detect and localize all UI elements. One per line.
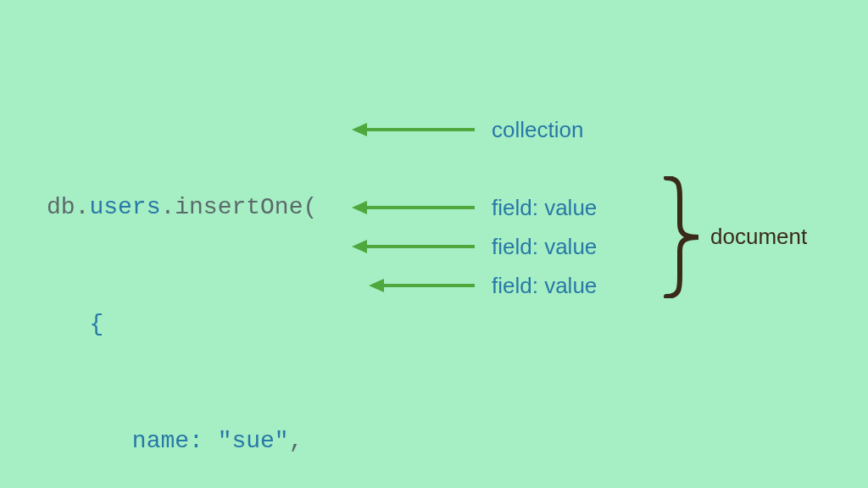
- svg-marker-4: [352, 240, 367, 253]
- token-dot: .: [160, 194, 175, 220]
- brace-icon: [661, 176, 704, 298]
- arrow-icon: [352, 121, 475, 138]
- token-paren-open: (: [303, 194, 317, 220]
- annotation-document: document: [710, 224, 807, 250]
- svg-rect-3: [365, 206, 475, 209]
- svg-marker-0: [352, 123, 367, 136]
- token-dot: .: [75, 194, 90, 220]
- token-colon: :: [189, 428, 218, 454]
- code-line-3: name: "sue",: [47, 422, 375, 461]
- token-db: db: [47, 194, 75, 220]
- annotation-collection: collection: [492, 117, 583, 143]
- token-field-value: "sue": [218, 428, 289, 454]
- arrow-icon: [352, 238, 475, 255]
- code-block: db.users.insertOne( { name: "sue", age: …: [47, 110, 375, 488]
- token-comma: ,: [289, 428, 303, 454]
- code-line-1: db.users.insertOne(: [47, 188, 375, 227]
- token-field-key: name: [132, 428, 189, 454]
- arrow-icon: [352, 199, 475, 216]
- svg-marker-6: [369, 279, 384, 292]
- annotation-field-value: field: value: [492, 195, 597, 221]
- arrow-icon: [369, 277, 475, 294]
- svg-marker-2: [352, 201, 367, 214]
- svg-rect-1: [365, 128, 475, 131]
- token-method: insertOne: [175, 194, 303, 220]
- annotation-field-value: field: value: [492, 273, 597, 299]
- code-line-2: {: [47, 305, 375, 344]
- svg-rect-7: [382, 284, 475, 287]
- annotation-field-value: field: value: [492, 234, 597, 260]
- token-collection-name: users: [89, 194, 160, 220]
- token-brace-open: {: [89, 311, 103, 337]
- svg-rect-5: [365, 245, 475, 248]
